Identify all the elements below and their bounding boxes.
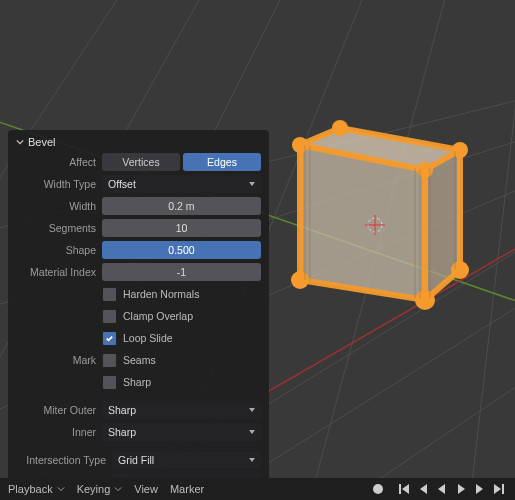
label-mark: Mark [16, 354, 96, 366]
playback-menu[interactable]: Playback [8, 483, 65, 495]
jump-end-icon[interactable] [491, 481, 507, 497]
view-menu[interactable]: View [134, 483, 158, 495]
loop-slide-checkbox[interactable]: Loop Slide [102, 329, 261, 347]
label-width: Width [16, 200, 96, 212]
shape-field[interactable]: 0.500 [102, 241, 261, 259]
panel-title: Bevel [28, 136, 56, 148]
harden-normals-checkbox[interactable]: Harden Normals [102, 285, 261, 303]
check-icon [105, 334, 114, 343]
autokey-toggle[interactable] [373, 484, 383, 494]
operator-panel-bevel[interactable]: Bevel Affect Vertices Edges Width Type O… [8, 130, 269, 500]
affect-vertices-button[interactable]: Vertices [102, 153, 180, 171]
label-affect: Affect [16, 156, 96, 168]
miter-outer-select[interactable]: Sharp [102, 401, 261, 419]
label-miter-inner: Inner [16, 426, 96, 438]
label-segments: Segments [16, 222, 96, 234]
width-field[interactable]: 0.2 m [102, 197, 261, 215]
material-field[interactable]: -1 [102, 263, 261, 281]
intersection-select[interactable]: Grid Fill [112, 451, 261, 469]
label-width-type: Width Type [16, 178, 96, 190]
play-icon[interactable] [453, 481, 469, 497]
transport-controls [373, 478, 507, 500]
panel-header[interactable]: Bevel [16, 136, 261, 148]
label-shape: Shape [16, 244, 96, 256]
width-type-select[interactable]: Offset [102, 175, 261, 193]
marker-menu[interactable]: Marker [170, 483, 204, 495]
svg-line-11 [470, 0, 515, 500]
chevron-down-icon [114, 485, 122, 493]
label-miter-outer: Miter Outer [16, 404, 96, 416]
clamp-overlap-checkbox[interactable]: Clamp Overlap [102, 307, 261, 325]
affect-edges-button[interactable]: Edges [183, 153, 261, 171]
label-intersection: Intersection Type [16, 454, 106, 466]
keying-menu[interactable]: Keying [77, 483, 123, 495]
mark-sharp-checkbox[interactable]: Sharp [102, 373, 261, 391]
chevron-down-icon [16, 138, 24, 146]
jump-start-icon[interactable] [396, 481, 412, 497]
prev-keyframe-icon[interactable] [415, 481, 431, 497]
play-reverse-icon[interactable] [434, 481, 450, 497]
mark-seams-checkbox[interactable]: Seams [102, 351, 261, 369]
miter-inner-select[interactable]: Sharp [102, 423, 261, 441]
chevron-down-icon [57, 485, 65, 493]
beveled-cube[interactable] [291, 120, 469, 310]
label-material: Material Index [16, 266, 96, 278]
next-keyframe-icon[interactable] [472, 481, 488, 497]
segments-field[interactable]: 10 [102, 219, 261, 237]
